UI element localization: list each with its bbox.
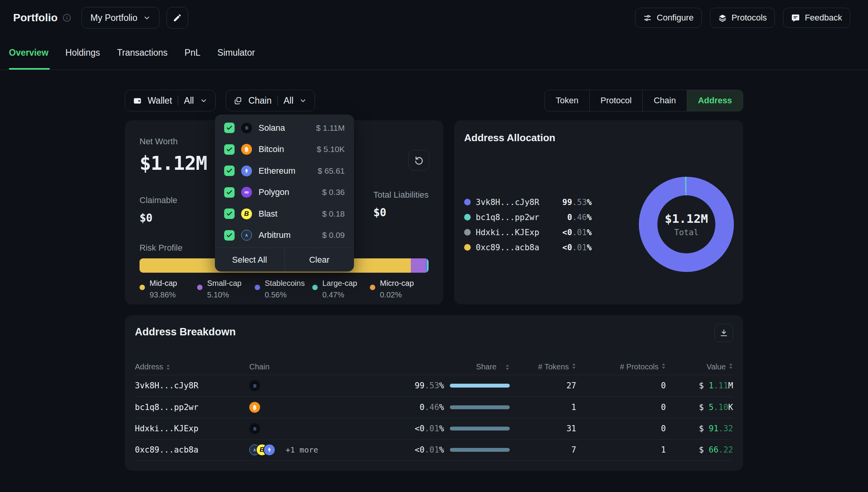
stablecoins-dot: [255, 285, 260, 290]
column-header-tokens[interactable]: # Tokens: [510, 362, 576, 371]
checkbox-checked[interactable]: [224, 187, 235, 198]
allocation-dot: [464, 244, 471, 251]
configure-button[interactable]: Configure: [635, 8, 701, 28]
tab-bar: Overview Holdings Transactions PnL Simul…: [0, 36, 868, 70]
toggle-address[interactable]: Address: [687, 90, 743, 111]
address-allocation-title: Address Allocation: [454, 120, 743, 144]
refresh-button[interactable]: [408, 150, 429, 171]
checkbox-checked[interactable]: [224, 166, 235, 176]
ethereum-icon: [264, 444, 275, 455]
chain-filter[interactable]: Chain All: [226, 90, 315, 111]
row-share: <0.01%: [346, 424, 510, 433]
row-protocols: 0: [576, 403, 666, 412]
chain-option-ethereum[interactable]: Ethereum $ 65.61: [215, 160, 354, 182]
row-chains: ฿: [249, 402, 346, 413]
chain-option-name: Solana: [259, 123, 285, 133]
chain-option-bitcoin[interactable]: ฿ Bitcoin $ 5.10K: [215, 139, 354, 161]
row-protocols: 0: [576, 424, 666, 433]
row-share: <0.01%: [346, 445, 510, 454]
row-protocols: 1: [576, 445, 666, 454]
total-liabilities-value: $0: [373, 206, 429, 219]
table-row[interactable]: bc1q8...pp2wr ฿ 0.46% 1 0 $ 5.10K: [135, 396, 733, 418]
feedback-button[interactable]: Feedback: [783, 8, 850, 28]
table-row[interactable]: 0xc89...acb8a B +1 more <0.01% 7 1 $ 6: [135, 439, 733, 461]
row-address: Hdxki...KJExp: [135, 424, 249, 433]
row-value: $ 5.10K: [666, 403, 733, 412]
tab-transactions-label: Transactions: [117, 48, 168, 58]
tab-simulator[interactable]: Simulator: [218, 36, 255, 70]
column-header-address[interactable]: Address: [135, 362, 249, 371]
risk-legend-item: Stablecoins 0.56%: [255, 279, 312, 299]
row-share: 0.46%: [346, 403, 510, 412]
filter-row: Wallet All Chain All Token Protocol Chai…: [125, 90, 743, 111]
tab-holdings[interactable]: Holdings: [65, 36, 100, 70]
column-header-protocols[interactable]: # Protocols: [576, 362, 666, 371]
chain-option-polygon[interactable]: ∞ Polygon $ 0.36: [215, 182, 354, 203]
refresh-icon: [414, 155, 424, 165]
total-liabilities-block: Total Liabilities $0: [373, 190, 429, 219]
allocation-dot: [464, 214, 471, 220]
table-row[interactable]: 3vk8H...cJy8R 99.53% 27 0 $ 1.11M: [135, 375, 733, 396]
chain-filter-label: Chain: [248, 96, 272, 106]
checkbox-checked[interactable]: [224, 230, 235, 241]
feedback-label: Feedback: [805, 13, 842, 23]
donut-center: $1.12M Total: [657, 195, 715, 253]
clear-button[interactable]: Clear: [284, 248, 354, 272]
edit-portfolio-button[interactable]: [167, 7, 188, 29]
allocation-dot: [464, 199, 471, 205]
select-all-button[interactable]: Select All: [215, 248, 284, 272]
wallet-icon: [133, 96, 142, 105]
row-address: bc1q8...pp2wr: [135, 403, 249, 412]
checkbox-checked[interactable]: [224, 123, 235, 133]
allocation-pct: 99.53%: [562, 198, 592, 207]
chain-option-arbitrum[interactable]: Arbitrum $ 0.09: [215, 225, 354, 246]
toggle-protocol[interactable]: Protocol: [589, 90, 643, 111]
download-button[interactable]: [715, 324, 733, 342]
chain-filter-value: All: [284, 96, 294, 106]
view-toggle: Token Protocol Chain Address: [545, 90, 743, 111]
column-header-share[interactable]: Share: [346, 362, 510, 371]
info-icon: [62, 13, 71, 22]
risk-legend-name: Small-cap: [207, 279, 255, 288]
chain-option-name: Polygon: [259, 187, 289, 197]
tab-overview[interactable]: Overview: [9, 36, 48, 70]
sort-icon: [661, 363, 666, 372]
table-row[interactable]: Hdxki...KJExp <0.01% 31 0 $ 91.32: [135, 418, 733, 439]
row-value: $ 66.22: [666, 445, 733, 454]
wallet-filter-value: All: [184, 96, 194, 106]
chain-link-icon: [234, 96, 243, 105]
large-cap-dot: [312, 285, 318, 290]
chain-option-solana[interactable]: Solana $ 1.11M: [215, 117, 354, 139]
wallet-filter[interactable]: Wallet All: [125, 90, 216, 111]
column-header-chain: Chain: [249, 362, 346, 371]
chain-option-value: $ 0.36: [322, 188, 345, 197]
download-icon: [719, 328, 728, 338]
tab-pnl[interactable]: PnL: [185, 36, 201, 70]
share-bar: [450, 384, 510, 388]
chain-icon-stack: B: [249, 444, 275, 455]
portfolio-selector[interactable]: My Portfolio: [82, 7, 159, 29]
protocols-button[interactable]: Protocols: [710, 8, 775, 28]
toggle-protocol-label: Protocol: [601, 96, 632, 106]
protocols-label: Protocols: [732, 13, 767, 23]
address-breakdown-card: Address Breakdown Address Chain Share # …: [125, 315, 743, 471]
row-share: 99.53%: [346, 381, 510, 390]
toggle-chain[interactable]: Chain: [642, 90, 686, 111]
toggle-token[interactable]: Token: [545, 90, 589, 111]
tab-transactions[interactable]: Transactions: [117, 36, 168, 70]
share-bar: [450, 405, 510, 409]
chain-option-blast[interactable]: B Blast $ 0.18: [215, 203, 354, 225]
row-tokens: 31: [510, 424, 576, 433]
divider: [178, 96, 178, 106]
share-bar: [450, 448, 510, 452]
select-all-label: Select All: [232, 255, 267, 265]
risk-legend-name: Micro-cap: [380, 279, 427, 288]
tab-pnl-label: PnL: [185, 48, 201, 58]
chain-option-value: $ 0.09: [322, 231, 345, 240]
column-header-value[interactable]: Value: [666, 362, 733, 371]
checkbox-checked[interactable]: [224, 144, 235, 155]
risk-legend-item: Large-cap 0.47%: [312, 279, 370, 299]
toggle-address-label: Address: [698, 96, 732, 106]
sort-icon: [728, 363, 733, 372]
checkbox-checked[interactable]: [224, 208, 235, 219]
